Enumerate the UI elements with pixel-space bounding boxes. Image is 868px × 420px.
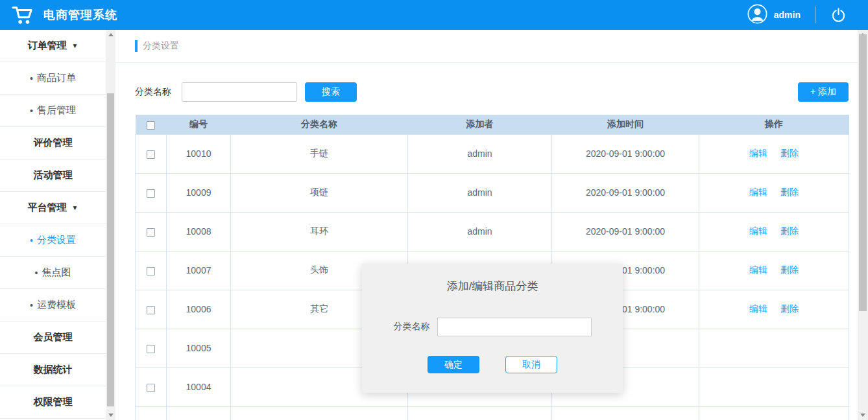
column-header-creator: 添加者 — [408, 115, 552, 134]
row-checkbox[interactable] — [147, 228, 155, 237]
edit-link[interactable]: 编辑 — [749, 264, 767, 275]
sidebar-item-label: 焦点图 — [42, 266, 71, 279]
app-title: 电商管理系统 — [43, 7, 117, 23]
cell-time: 2020-09-01 9:00:00 — [552, 173, 699, 212]
filter-toolbar: 分类名称 搜索 + 添加 — [135, 82, 849, 102]
table-row: 10010 手链 admin 2020-09-01 9:00:00 编辑 删除 — [136, 134, 849, 173]
cell-name: 项链 — [231, 173, 408, 212]
table-header-row: 编号 分类名称 添加者 添加时间 操作 — [136, 115, 849, 134]
delete-link[interactable]: 删除 — [780, 148, 799, 158]
sidebar-item-label: 平台管理 — [28, 202, 67, 214]
sidebar-item-permission-management[interactable]: 权限管理 — [0, 386, 106, 419]
scroll-down-icon[interactable] — [860, 414, 865, 417]
sidebar-item-platform-management[interactable]: 平台管理 ▼ — [0, 192, 106, 224]
sidebar-item-label: 权限管理 — [34, 396, 73, 408]
cell-creator: admin — [408, 212, 552, 251]
sidebar-item-shipping-template[interactable]: • 运费模板 — [0, 289, 106, 321]
cell-id: 10007 — [167, 251, 231, 290]
column-header-name: 分类名称 — [231, 115, 408, 134]
sidebar-item-label: 活动管理 — [34, 169, 73, 181]
add-edit-category-dialog: 添加/编辑商品分类 分类名称 确定 取消 — [362, 264, 623, 393]
table-row: 10008 耳环 admin 2020-09-01 9:00:00 编辑 删除 — [136, 212, 849, 251]
sidebar-item-data-statistics[interactable]: 数据统计 — [0, 354, 106, 386]
column-header-time: 添加时间 — [552, 115, 699, 134]
username-label: admin — [774, 10, 801, 20]
sidebar-item-product-orders[interactable]: • 商品订单 — [0, 62, 106, 95]
page-scrollbar[interactable] — [858, 30, 868, 420]
chevron-down-icon: ▼ — [72, 42, 78, 49]
user-menu[interactable]: admin — [747, 4, 801, 27]
delete-link[interactable]: 删除 — [780, 303, 799, 314]
cell-time: 2020-09-01 9:00:00 — [552, 212, 699, 251]
search-button[interactable]: 搜索 — [305, 82, 357, 102]
cell-id: 10006 — [167, 290, 231, 329]
sidebar-item-focus-image[interactable]: • 焦点图 — [0, 257, 106, 289]
sidebar-item-label: 会员管理 — [34, 331, 73, 344]
sidebar-item-label: 订单管理 — [28, 40, 67, 52]
row-checkbox[interactable] — [147, 345, 155, 353]
row-checkbox[interactable] — [147, 189, 155, 198]
sidebar-nav: 订单管理 ▼ • 商品订单 • 售后管理 评价管理 活动管理 平台管理 ▼ • … — [0, 30, 106, 420]
logout-power-icon[interactable] — [831, 8, 846, 23]
cancel-button[interactable]: 取消 — [505, 356, 557, 373]
shopping-cart-icon — [11, 5, 33, 25]
table-row-partial — [136, 406, 849, 420]
sidebar-item-label: 分类设置 — [37, 234, 76, 246]
delete-link[interactable]: 删除 — [780, 226, 799, 236]
bullet-icon: • — [30, 235, 33, 246]
sidebar-item-label: 运费模板 — [37, 299, 76, 311]
category-name-label: 分类名称 — [135, 86, 171, 98]
row-checkbox[interactable] — [147, 384, 155, 392]
breadcrumb-accent-bar — [135, 40, 138, 52]
add-button[interactable]: + 添加 — [798, 82, 849, 102]
row-checkbox[interactable] — [147, 267, 155, 275]
sidebar-item-member-management[interactable]: 会员管理 — [0, 321, 106, 354]
user-avatar-icon — [747, 4, 767, 27]
edit-link[interactable]: 编辑 — [749, 187, 767, 197]
bullet-icon: • — [30, 73, 33, 84]
column-header-id: 编号 — [167, 115, 231, 134]
sidebar-item-label: 商品订单 — [37, 72, 76, 84]
cell-name: 耳环 — [231, 212, 408, 251]
column-header-actions: 操作 — [699, 115, 849, 134]
sidebar-scrollbar-thumb[interactable] — [107, 93, 114, 406]
bullet-icon: • — [35, 268, 38, 278]
table-row: 10009 项链 admin 2020-09-01 9:00:00 编辑 删除 — [136, 173, 849, 212]
select-all-checkbox[interactable] — [147, 121, 155, 130]
sidebar-item-activity-management[interactable]: 活动管理 — [0, 159, 106, 192]
cell-id: 10005 — [167, 329, 231, 368]
cell-id: 10009 — [167, 173, 231, 212]
bullet-icon: • — [30, 300, 33, 310]
row-checkbox[interactable] — [147, 150, 155, 159]
delete-link[interactable]: 删除 — [780, 187, 799, 197]
cell-creator: admin — [408, 134, 552, 173]
cell-creator: admin — [408, 173, 552, 212]
bullet-icon: • — [30, 106, 33, 116]
confirm-button[interactable]: 确定 — [428, 356, 479, 373]
dialog-title: 添加/编辑商品分类 — [362, 279, 623, 294]
breadcrumb: 分类设置 — [115, 30, 858, 63]
sidebar-scrollbar[interactable] — [106, 30, 115, 420]
edit-link[interactable]: 编辑 — [749, 148, 767, 158]
edit-link[interactable]: 编辑 — [749, 226, 767, 236]
page-title: 分类设置 — [143, 40, 179, 52]
sidebar-item-order-management[interactable]: 订单管理 ▼ — [0, 30, 106, 62]
sidebar-item-aftersales[interactable]: • 售后管理 — [0, 95, 106, 127]
cell-time: 2020-09-01 9:00:00 — [552, 134, 699, 173]
dialog-category-name-label: 分类名称 — [394, 321, 430, 332]
scroll-down-icon[interactable] — [108, 414, 114, 417]
dialog-category-name-input[interactable] — [437, 318, 592, 336]
cell-id: 10010 — [167, 134, 231, 173]
category-name-input[interactable] — [182, 82, 297, 102]
scroll-up-icon[interactable] — [108, 33, 114, 36]
sidebar-item-label: 数据统计 — [34, 364, 73, 376]
row-checkbox[interactable] — [147, 306, 155, 314]
edit-link[interactable]: 编辑 — [749, 303, 767, 314]
delete-link[interactable]: 删除 — [780, 264, 799, 275]
cell-id: 10008 — [167, 212, 231, 251]
page-scrollbar-thumb[interactable] — [859, 34, 867, 311]
sidebar-item-label: 售后管理 — [37, 104, 76, 117]
sidebar-item-category-settings[interactable]: • 分类设置 — [0, 224, 106, 257]
cell-id: 10004 — [167, 368, 231, 406]
sidebar-item-review-management[interactable]: 评价管理 — [0, 127, 106, 159]
